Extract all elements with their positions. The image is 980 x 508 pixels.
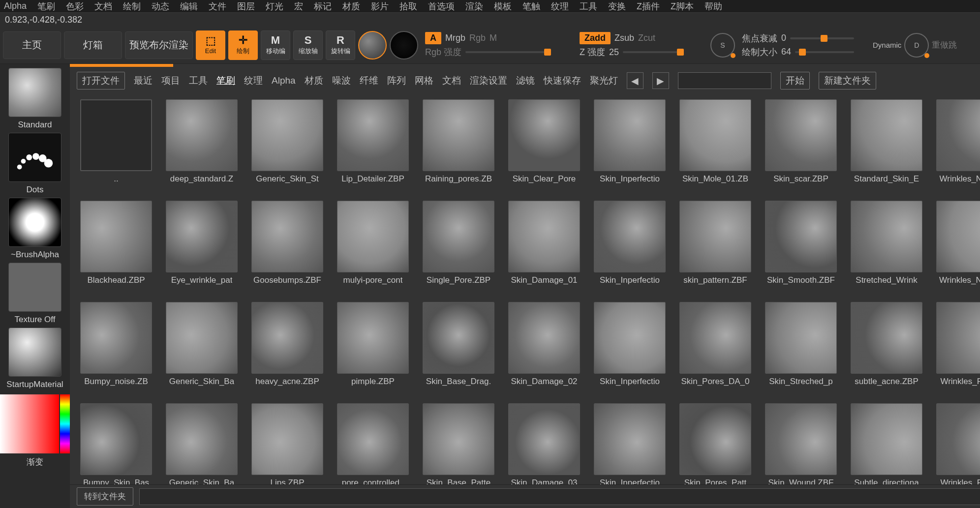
brush-item[interactable]: Stretched_Wrink (847, 201, 926, 294)
tab-recent[interactable]: 最近 (134, 74, 153, 87)
brush-item[interactable]: Skin_Clear_Pore (505, 99, 583, 193)
brush-item[interactable]: Blackhead.ZBP (77, 201, 155, 294)
brush-item[interactable]: Skin_Wound.ZBF (762, 403, 840, 484)
brush-item[interactable]: Raining_pores.ZB (419, 99, 498, 193)
rgb-toggle[interactable]: Rgb (469, 33, 486, 43)
tab-material[interactable]: 材质 (305, 74, 323, 87)
brush-item[interactable]: Skin_Damage_02 (505, 302, 583, 395)
menu-movie[interactable]: 影片 (371, 0, 389, 12)
tab-render[interactable]: 渲染设置 (470, 74, 507, 87)
next-page-button[interactable]: ▶ (652, 72, 669, 89)
brush-item[interactable]: Skin_scar.ZBP (762, 99, 840, 193)
brush-item[interactable]: Single_Pore.ZBP (419, 201, 498, 294)
brush-item[interactable]: Skin_Base_Patte (419, 403, 498, 484)
color-picker[interactable] (0, 394, 70, 453)
mrgb-toggle[interactable]: Mrgb (445, 33, 465, 43)
brush-item[interactable]: Skin_Inperfectio (590, 403, 669, 484)
menu-zplugin[interactable]: Z插件 (637, 0, 660, 12)
ying-yang-icon[interactable] (390, 31, 418, 60)
menu-preferences[interactable]: 首选项 (428, 0, 455, 12)
brush-item[interactable]: Goosebumps.ZBF (248, 201, 327, 294)
menu-stroke[interactable]: 笔触 (522, 0, 540, 12)
rotate-mode-button[interactable]: R 旋转编 (326, 30, 355, 60)
menu-pick[interactable]: 拾取 (399, 0, 417, 12)
active-brush-preview[interactable] (358, 31, 387, 60)
search-input[interactable] (678, 72, 771, 89)
material-thumbnail[interactable] (8, 328, 61, 377)
open-file-button[interactable]: 打开文件 (77, 72, 125, 90)
new-folder-button[interactable]: 新建文件夹 (819, 72, 876, 90)
tab-fiber[interactable]: 纤维 (360, 74, 378, 87)
menu-stencil[interactable]: 模板 (494, 0, 512, 12)
menu-marker[interactable]: 标记 (314, 0, 332, 12)
brush-item[interactable]: Bumpy_noise.ZB (77, 302, 155, 395)
brush-item[interactable]: Skin_Pores_Patt (676, 403, 755, 484)
brush-item[interactable]: pimple.ZBP (334, 302, 412, 395)
brush-item[interactable]: Lips.ZBP (248, 403, 327, 484)
brush-item[interactable]: Subtle_directiona (847, 403, 926, 484)
brush-item[interactable]: Skin_Inperfectio (590, 99, 669, 193)
brush-item[interactable]: heavy_acne.ZBP (248, 302, 327, 395)
brush-item[interactable]: Wrinkles_Neck_F (933, 99, 980, 193)
home-button[interactable]: 主页 (3, 31, 61, 59)
move-mode-button[interactable]: M 移动编 (261, 30, 290, 60)
tab-project[interactable]: 项目 (161, 74, 180, 87)
tab-array[interactable]: 阵列 (387, 74, 406, 87)
a-toggle[interactable]: A (425, 32, 441, 44)
brush-item[interactable]: Skin_Inperfectio (590, 302, 669, 395)
menu-tool[interactable]: 工具 (580, 0, 597, 12)
begin-button[interactable]: 开始 (780, 72, 810, 90)
tab-brush[interactable]: 笔刷 (216, 74, 235, 87)
draw-mode-button[interactable]: ✛ 绘制 (228, 30, 258, 60)
lightbox-button[interactable]: 灯箱 (64, 31, 122, 59)
brush-item[interactable]: Generic_Skin_St (248, 99, 327, 193)
brush-item[interactable]: Bumpy_Skin_Bas (77, 403, 155, 484)
brush-item[interactable]: Skin_Mole_01.ZB (676, 99, 755, 193)
brush-item[interactable]: skin_pattern.ZBF (676, 201, 755, 294)
brush-item[interactable]: Wrinkles_Pattern (933, 403, 980, 484)
menu-color[interactable]: 色彩 (66, 0, 84, 12)
brush-item[interactable]: Generic_Skin_Ba (162, 403, 241, 484)
menu-layer[interactable]: 图层 (237, 0, 255, 12)
tab-alpha[interactable]: Alpha (272, 75, 296, 86)
brush-item[interactable]: Generic_Skin_Ba (162, 302, 241, 395)
stroke-thumbnail[interactable] (8, 133, 61, 182)
menu-render[interactable]: 渲染 (465, 0, 483, 12)
brush-item[interactable]: Standard_Skin_E (847, 99, 926, 193)
menu-dynamic[interactable]: 动态 (152, 0, 169, 12)
texture-thumbnail[interactable] (8, 263, 61, 312)
menu-light[interactable]: 灯光 (266, 0, 283, 12)
brush-item[interactable]: Lip_Detailer.ZBP (334, 99, 412, 193)
zcut-toggle[interactable]: Zcut (638, 33, 655, 43)
menu-texture[interactable]: 纹理 (551, 0, 569, 12)
menu-file[interactable]: 文件 (209, 0, 226, 12)
menu-edit[interactable]: 编辑 (180, 0, 198, 12)
brush-item[interactable]: Wrinkles_Pattern (933, 302, 980, 395)
brush-item[interactable]: pore_controlled_ (334, 403, 412, 484)
menu-material[interactable]: 材质 (342, 0, 360, 12)
menu-document[interactable]: 文档 (94, 0, 112, 12)
menu-macro[interactable]: 宏 (294, 0, 303, 12)
focal-slider[interactable] (790, 37, 854, 39)
brush-item[interactable]: Skin_Inperfectio (590, 201, 669, 294)
menu-brush[interactable]: 笔刷 (37, 0, 55, 12)
brush-thumbnail[interactable] (8, 68, 61, 117)
brush-item[interactable]: Skin_Damage_01 (505, 201, 583, 294)
m-toggle[interactable]: M (490, 33, 497, 43)
tab-texture[interactable]: 纹理 (244, 74, 263, 87)
menu-transform[interactable]: 变换 (608, 0, 626, 12)
brush-item[interactable]: Skin_Smooth.ZBF (762, 201, 840, 294)
drawsize-slider[interactable] (795, 51, 854, 53)
brush-item[interactable]: Skin_Pores_DA_0 (676, 302, 755, 395)
brush-item[interactable]: mulyi-pore_cont (334, 201, 412, 294)
tab-tools[interactable]: 工具 (189, 74, 208, 87)
brush-item[interactable]: Wrinkles_Neck_V (933, 201, 980, 294)
z-intensity-slider[interactable] (623, 51, 682, 53)
scale-mode-button[interactable]: S 缩放轴 (293, 30, 323, 60)
brush-item[interactable]: subtle_acne.ZBP (847, 302, 926, 395)
tab-grid[interactable]: 网格 (415, 74, 433, 87)
tab-spotlight[interactable]: 聚光灯 (590, 74, 618, 87)
folder-path-input[interactable] (139, 488, 980, 505)
brush-item[interactable]: Eye_wrinkle_pat (162, 201, 241, 294)
zadd-toggle[interactable]: Zadd (580, 32, 611, 44)
